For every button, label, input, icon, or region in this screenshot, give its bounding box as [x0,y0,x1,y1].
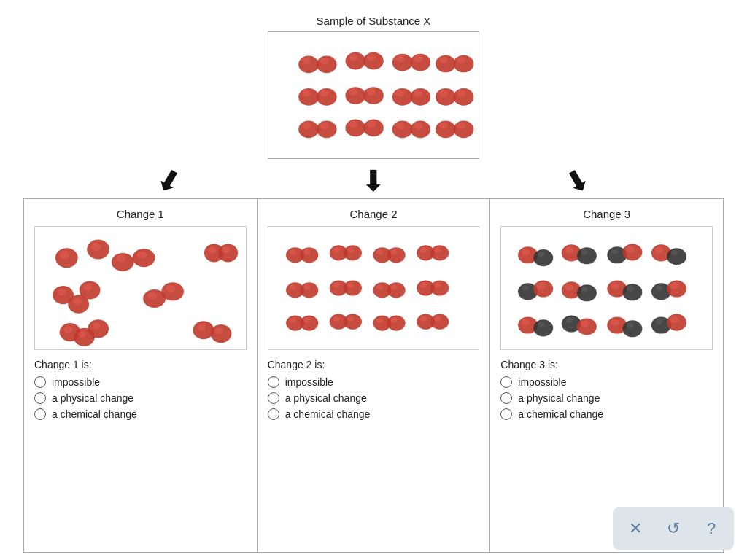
svg-point-91 [390,249,398,255]
change1-radio-chemical[interactable] [34,408,46,420]
change2-radio-physical[interactable] [268,392,279,404]
svg-point-59 [222,246,231,254]
svg-point-101 [344,280,362,295]
change1-option-physical[interactable]: a physical change [34,392,247,404]
svg-point-41 [320,122,329,130]
svg-point-147 [537,282,546,289]
svg-point-65 [83,284,92,291]
arrows-row: ⬇ ⬇ ⬇ [23,166,724,195]
svg-point-27 [367,88,376,96]
help-button[interactable]: ? [696,513,727,544]
svg-point-51 [91,242,101,251]
reset-button[interactable]: ↺ [658,513,689,544]
svg-point-97 [300,282,318,298]
svg-point-135 [581,249,589,255]
change3-radio-chemical[interactable] [500,408,512,420]
svg-point-58 [208,246,217,254]
help-icon: ? [707,519,716,538]
svg-point-170 [611,319,619,326]
change3-option-impossible[interactable]: impossible [500,376,713,388]
change3-option-physical-label: a physical change [518,392,600,404]
svg-point-163 [538,322,545,327]
svg-point-142 [655,246,664,254]
svg-point-25 [320,90,329,97]
svg-point-162 [522,319,530,326]
change1-column: Change 1 [24,199,258,552]
change1-radio-physical[interactable] [34,392,46,404]
changes-container: Change 1 [23,198,724,553]
svg-point-15 [457,57,466,64]
svg-point-159 [670,282,679,289]
svg-point-64 [73,298,82,305]
change2-option-chemical[interactable]: a chemical change [268,408,480,420]
svg-point-154 [611,282,619,289]
svg-point-123 [390,317,398,323]
change2-option-physical[interactable]: a physical change [268,392,480,404]
change3-radio-physical[interactable] [500,392,512,404]
svg-point-29 [414,90,422,97]
arrow-left-icon: ⬇ [151,162,187,200]
svg-point-149 [577,284,597,301]
svg-point-83 [303,249,311,255]
svg-point-90 [376,249,384,255]
svg-point-86 [333,247,340,253]
svg-point-106 [376,284,384,290]
svg-point-122 [376,317,384,323]
sample-section: Sample of Substance X [268,15,479,159]
svg-point-161 [534,319,554,336]
svg-point-94 [420,247,427,253]
svg-point-139 [627,246,635,253]
svg-point-28 [396,90,405,97]
change2-option-impossible[interactable]: impossible [268,376,480,388]
svg-point-68 [147,292,157,300]
svg-point-131 [538,252,545,257]
svg-point-47 [457,122,466,130]
arrow-right-icon: ⬇ [560,162,595,200]
svg-point-126 [420,316,427,322]
svg-point-93 [430,245,449,260]
svg-point-26 [349,88,357,96]
change2-column: Change 2 [258,199,491,552]
change2-option-chemical-label: a chemical change [285,408,371,420]
change2-option-impossible-label: impossible [285,376,333,388]
svg-point-174 [656,319,663,324]
change1-option-impossible[interactable]: impossible [34,376,247,388]
svg-point-79 [214,327,223,335]
change1-image [34,226,247,350]
svg-point-14 [439,57,448,64]
change3-option-physical[interactable]: a physical change [500,392,713,404]
close-button[interactable]: ✕ [620,513,651,544]
change2-title: Change 2 [268,208,480,220]
change3-svg [501,227,712,349]
svg-point-171 [627,322,635,328]
svg-point-130 [522,249,530,256]
svg-point-98 [290,284,297,290]
change3-image [500,226,713,350]
change1-radio-impossible[interactable] [34,376,46,388]
svg-point-158 [656,285,663,291]
change2-option-physical-label: a physical change [285,392,367,404]
svg-point-45 [414,122,422,130]
change1-title: Change 1 [34,208,247,220]
svg-point-81 [300,247,318,262]
change3-option-impossible-label: impossible [518,376,566,388]
svg-point-12 [396,55,405,63]
svg-point-107 [390,284,398,290]
change2-radio-chemical[interactable] [268,408,279,420]
svg-point-150 [565,284,574,291]
svg-point-44 [396,122,405,130]
change1-option-chemical[interactable]: a chemical change [34,408,247,420]
change3-is-label: Change 3 is: [500,359,713,370]
change3-radio-impossible[interactable] [500,376,512,388]
change2-radio-impossible[interactable] [268,376,279,388]
svg-point-114 [290,317,297,323]
svg-point-43 [367,121,376,128]
svg-point-89 [387,247,405,262]
change3-option-chemical[interactable]: a chemical change [500,408,713,420]
svg-point-111 [434,282,441,288]
change1-option-chemical-label: a chemical change [52,408,137,420]
svg-point-125 [430,314,449,330]
svg-point-31 [457,90,466,97]
svg-point-63 [58,289,66,296]
svg-point-105 [387,282,405,298]
